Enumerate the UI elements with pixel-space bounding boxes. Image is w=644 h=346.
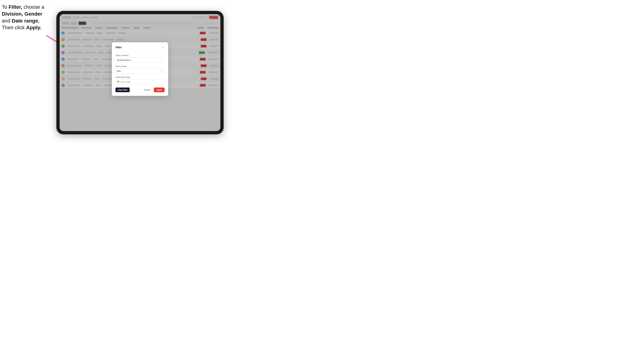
modal-overlay: Filter × Select a division NCAA Division… xyxy=(60,14,220,131)
gender-select[interactable]: Men Women Mixed xyxy=(116,68,164,74)
modal-close-button[interactable]: × xyxy=(162,46,164,49)
tablet-frame: Filter × Select a division NCAA Division… xyxy=(56,11,224,134)
instruction-text: To Filter, choose a Division, Gender and… xyxy=(2,4,54,31)
clear-filter-button[interactable]: Clear filter xyxy=(116,87,130,92)
modal-header: Filter × xyxy=(116,46,164,49)
instruction-bold4: Apply. xyxy=(26,25,41,30)
gender-label: Select gender xyxy=(116,65,164,67)
gender-select-wrapper[interactable]: Men Women Mixed × ⌄ xyxy=(116,68,164,74)
instruction-bold2: Division, Gender xyxy=(2,11,42,17)
modal-title: Filter xyxy=(116,46,122,49)
modal-divider xyxy=(116,52,164,52)
select-clear-icon[interactable]: × xyxy=(160,59,161,61)
date-input-wrapper[interactable]: 📅 xyxy=(116,79,164,85)
date-form-group: Select Date range 📅 xyxy=(116,76,164,85)
gender-select-clear-icon[interactable]: × xyxy=(160,70,161,72)
cancel-button[interactable]: Cancel xyxy=(142,87,152,92)
apply-button[interactable]: Apply xyxy=(154,87,164,92)
division-label: Select a division xyxy=(116,54,164,56)
date-label: Select Date range xyxy=(116,76,164,78)
instruction-bold1: Filter, xyxy=(8,4,22,10)
modal-footer-right: Cancel Apply xyxy=(142,87,164,92)
division-form-group: Select a division NCAA Division I NCAA D… xyxy=(116,54,164,63)
division-select-wrapper[interactable]: NCAA Division I NCAA Division II NCAA Di… xyxy=(116,57,164,63)
instruction-bold3: Date range. xyxy=(12,18,40,24)
modal-footer: Clear filter Cancel Apply xyxy=(116,87,164,92)
gender-form-group: Select gender Men Women Mixed × ⌄ xyxy=(116,65,164,74)
filter-modal: Filter × Select a division NCAA Division… xyxy=(112,42,168,96)
tablet-screen: Filter × Select a division NCAA Division… xyxy=(60,14,220,131)
date-range-input[interactable] xyxy=(116,79,164,85)
division-select[interactable]: NCAA Division I NCAA Division II NCAA Di… xyxy=(116,57,164,63)
